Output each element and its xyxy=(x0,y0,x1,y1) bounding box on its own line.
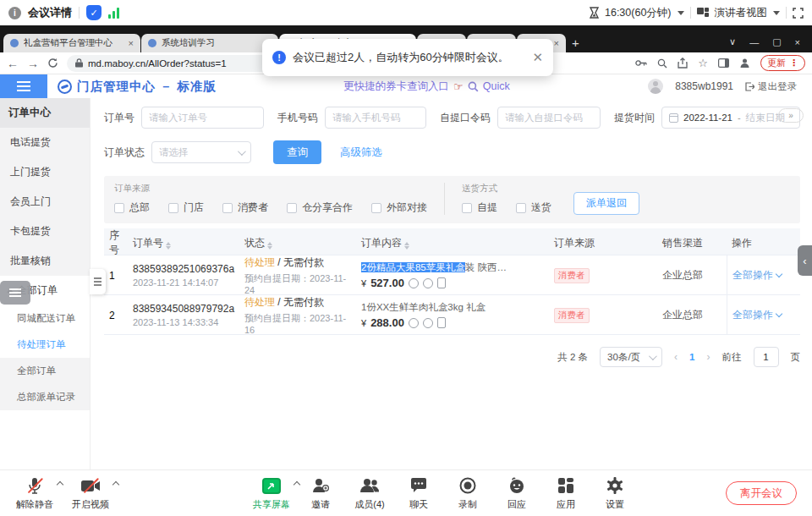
checkbox-icon[interactable] xyxy=(371,203,381,213)
sidebar-item-member-visit[interactable]: 会员上门 xyxy=(0,187,90,217)
window-minimize-button[interactable]: — xyxy=(749,37,759,47)
back-icon[interactable]: ← xyxy=(7,57,19,70)
settings-button[interactable]: 设置 xyxy=(590,475,639,511)
checkbox-self-pickup[interactable]: 自提 xyxy=(462,200,497,215)
meeting-info-icon[interactable]: i xyxy=(8,7,21,19)
per-page-select[interactable]: 30条/页 xyxy=(600,347,662,367)
mic-options-caret[interactable] xyxy=(57,481,63,488)
all-actions-dropdown[interactable]: 全部操作 xyxy=(732,308,782,322)
security-shield-icon[interactable]: ✓ xyxy=(86,5,102,20)
floating-list-button[interactable] xyxy=(0,281,30,305)
browser-tab-2[interactable]: 系统培训学习 × xyxy=(141,34,278,52)
window-close-button[interactable]: × xyxy=(795,37,800,47)
sidebar-sub-hq-dispatch[interactable]: 总部派单记录 xyxy=(0,384,90,410)
checkbox-icon[interactable] xyxy=(114,203,124,213)
view-mode-label: 演讲者视图 xyxy=(715,6,768,20)
advanced-filter-link[interactable]: 高级筛选 xyxy=(340,145,382,160)
leave-meeting-button[interactable]: 离开会议 xyxy=(726,481,797,505)
view-caret-icon[interactable] xyxy=(773,11,780,15)
share-screen-button[interactable]: 共享屏幕 xyxy=(247,475,296,511)
quick-search-icon[interactable] xyxy=(468,81,479,92)
checkbox-icon[interactable] xyxy=(516,203,526,213)
pickup-code-input[interactable] xyxy=(497,107,601,129)
reactions-button[interactable]: 回应 xyxy=(492,475,541,511)
fullscreen-icon[interactable] xyxy=(793,8,804,19)
checkbox-consumer[interactable]: 消费者 xyxy=(222,200,268,215)
total-count: 共 2 条 xyxy=(557,351,588,364)
share-icon[interactable] xyxy=(678,58,688,69)
col-status[interactable]: 状态 xyxy=(239,236,356,250)
checkbox-hq[interactable]: 总部 xyxy=(114,200,150,215)
browser-menu-icon[interactable]: ⋮ xyxy=(789,58,798,69)
sidebar-item-phone-pickup[interactable]: 电话提货 xyxy=(0,128,90,157)
invite-button[interactable]: 邀请 xyxy=(296,475,345,511)
checkbox-warehouse-coop[interactable]: 仓分享合作 xyxy=(287,200,353,215)
phone-input[interactable] xyxy=(325,107,426,129)
browser-tab-1[interactable]: 礼盒营销平台管理中心 × xyxy=(3,34,140,52)
coupon-icon xyxy=(409,278,419,288)
sidebar-drag-handle[interactable] xyxy=(90,269,106,294)
date-start-value[interactable]: 2022-11-21 xyxy=(683,113,732,123)
dispatch-return-button[interactable]: 派单退回 xyxy=(573,192,639,215)
order-number: 83859389251069376a xyxy=(133,263,234,275)
checkbox-icon[interactable] xyxy=(222,203,233,213)
prev-page-button[interactable]: ‹ xyxy=(674,351,678,363)
window-maximize-button[interactable]: ▢ xyxy=(772,36,781,47)
bookmark-star-icon[interactable]: ☆ xyxy=(698,57,708,69)
quick-label[interactable]: Quick xyxy=(483,80,510,92)
goto-page-input[interactable] xyxy=(754,347,779,367)
zoom-icon[interactable] xyxy=(657,58,667,69)
network-signal-icon[interactable] xyxy=(108,8,119,19)
toast-close-icon[interactable]: ✕ xyxy=(532,50,543,65)
apps-button[interactable]: 应用 xyxy=(541,475,590,511)
user-avatar[interactable] xyxy=(648,79,663,94)
sidebar-item-batch-verify[interactable]: 批量核销 xyxy=(0,246,90,276)
start-video-button[interactable]: 开启视频 xyxy=(66,475,115,511)
sidebar-sub-city-delivery[interactable]: 同城配送订单 xyxy=(0,305,90,332)
checkbox-icon[interactable] xyxy=(287,203,297,213)
checkbox-icon[interactable] xyxy=(168,203,178,213)
order-no-input[interactable] xyxy=(141,107,264,129)
search-button[interactable]: 查询 xyxy=(273,140,321,164)
new-tab-button[interactable]: + xyxy=(572,36,579,50)
unmute-button[interactable]: 解除静音 xyxy=(10,475,59,511)
all-actions-dropdown[interactable]: 全部操作 xyxy=(732,268,782,283)
sidebar-sub-pending-orders[interactable]: 待处理订单 xyxy=(0,332,90,358)
order-content-rest: 装 陕西… xyxy=(465,262,507,272)
sort-icon[interactable] xyxy=(404,242,409,250)
checkbox-delivery[interactable]: 送货 xyxy=(516,200,551,215)
reload-icon[interactable] xyxy=(47,58,58,69)
chat-button[interactable]: 聊天 xyxy=(394,475,443,511)
col-order-no[interactable]: 订单号 xyxy=(128,236,239,250)
order-status-select[interactable]: 请选择 xyxy=(151,141,251,163)
col-content[interactable]: 订单内容 xyxy=(356,236,549,250)
forward-icon[interactable]: → xyxy=(27,57,39,70)
sidebar-item-door-pickup[interactable]: 上门提货 xyxy=(0,157,90,187)
video-options-caret[interactable] xyxy=(112,481,119,488)
profile-icon[interactable] xyxy=(739,58,750,69)
timer-caret-icon[interactable] xyxy=(678,11,684,15)
tab-close-icon[interactable]: × xyxy=(127,38,134,48)
record-button[interactable]: 录制 xyxy=(443,475,492,511)
sort-icon[interactable] xyxy=(166,242,171,250)
current-page[interactable]: 1 xyxy=(689,352,694,362)
logout-button[interactable]: 退出登录 xyxy=(745,80,797,93)
side-panel-icon[interactable] xyxy=(718,58,729,68)
chrome-update-button[interactable]: 更新 ⋮ xyxy=(760,55,805,71)
next-page-button[interactable]: › xyxy=(707,351,710,363)
sidebar-toggle-button[interactable] xyxy=(0,74,47,98)
pointer-finger-icon: ☞ xyxy=(453,80,464,93)
sort-icon[interactable] xyxy=(267,242,272,250)
password-key-icon[interactable] xyxy=(635,59,647,67)
sidebar-sub-all-orders[interactable]: 全部订单 xyxy=(0,358,90,384)
window-menu-caret[interactable]: ∨ xyxy=(729,36,736,47)
sidebar-item-card-pickup[interactable]: 卡包提货 xyxy=(0,217,90,246)
members-button[interactable]: 成员(4) xyxy=(345,475,394,511)
sidebar-section-order-center: 订单中心 xyxy=(0,98,90,128)
right-panel-handle[interactable]: ‹ xyxy=(798,245,812,276)
checkbox-external[interactable]: 外部对接 xyxy=(371,200,427,215)
checkbox-store[interactable]: 门店 xyxy=(168,200,204,215)
expand-filters-button[interactable]: » xyxy=(778,108,804,123)
quick-card-link[interactable]: 更快捷的券卡查询入口 xyxy=(343,80,449,94)
checkbox-icon[interactable] xyxy=(462,203,472,213)
